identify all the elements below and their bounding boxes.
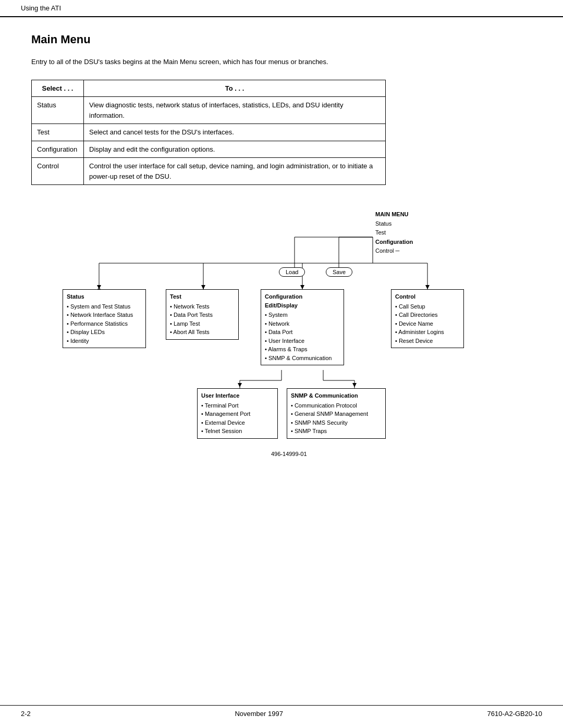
col2-header: To . . . [84,80,386,97]
part-number: 496-14999-01 [271,451,307,457]
table-row: TestSelect and cancel tests for the DSU'… [32,124,386,141]
footer-page: 2-2 [21,710,31,718]
ui-box-list: Terminal Port Management Port External D… [201,401,274,436]
config-item-4: User Interface [265,337,340,346]
test-box-list: Network Tests Data Port Tests Lamp Test … [170,302,235,337]
mm-status: Status [375,219,413,229]
footer-date: November 1997 [235,710,283,718]
table-cell-select-2: Configuration [32,141,84,158]
header: Using the ATI [0,0,563,17]
snmp-box-list: Communication Protocol General SNMP Mana… [291,401,382,436]
status-item-3: Performance Statistics [67,319,142,328]
config-item-3: Data Port [265,328,340,337]
page-title: Main Menu [31,33,532,46]
footer-doc-number: 7610-A2-GB20-10 [487,710,542,718]
ui-item-2: Management Port [201,410,274,418]
status-item-4: Display LEDs [67,328,142,337]
diagram-area: MAIN MENU Status Test Configuration Cont… [31,206,532,456]
table-cell-select-3: Control [32,158,84,185]
save-button[interactable]: Save [326,267,352,277]
svg-marker-19 [201,285,205,289]
mm-configuration: Configuration [375,238,413,247]
control-box-title: Control [395,292,460,301]
status-item-1: System and Test Status [67,302,142,311]
header-title: Using the ATI [21,4,61,12]
main-content: Main Menu Entry to all of the DSU's task… [0,17,563,482]
snmp-item-4: SNMP Traps [291,427,382,436]
svg-marker-18 [97,285,101,289]
intro-text: Entry to all of the DSU's tasks begins a… [31,57,396,67]
test-item-1: Network Tests [170,302,235,311]
config-box-title: ConfigurationEdit/Display [265,292,340,310]
test-item-3: Lamp Test [170,319,235,328]
ui-item-4: Telnet Session [201,427,274,436]
config-box: ConfigurationEdit/Display System Network… [261,289,344,365]
test-box-title: Test [170,292,235,301]
svg-marker-23 [352,383,357,387]
config-item-6: SNMP & Communication [265,354,340,363]
status-box-list: System and Test Status Network Interface… [67,302,142,346]
ui-item-1: Terminal Port [201,401,274,410]
mm-title: MAIN MENU [375,210,413,219]
table-row: ConfigurationDisplay and edit the config… [32,141,386,158]
test-box: Test Network Tests Data Port Tests Lamp … [166,289,239,340]
table-cell-select-1: Test [32,124,84,141]
control-item-5: Reset Device [395,337,460,346]
snmp-box: SNMP & Communication Communication Proto… [287,388,386,439]
table-cell-to-2: Display and edit the configuration optio… [84,141,386,158]
mm-test: Test [375,228,413,238]
control-box: Control Call Setup Call Directories Devi… [391,289,464,348]
mm-control: Control ─ [375,246,413,256]
status-item-2: Network Interface Status [67,311,142,319]
svg-marker-22 [238,383,242,387]
config-item-2: Network [265,319,340,328]
test-item-4: Abort All Tests [170,328,235,337]
svg-marker-20 [300,285,304,289]
table-row: ControlControl the user interface for ca… [32,158,386,185]
svg-marker-21 [425,285,430,289]
snmp-item-2: General SNMP Management [291,410,382,418]
ui-item-3: External Device [201,418,274,427]
control-item-4: Administer Logins [395,328,460,337]
table-row: StatusView diagnostic tests, network sta… [32,97,386,124]
load-button[interactable]: Load [279,267,305,277]
table-cell-to-3: Control the user interface for call setu… [84,158,386,185]
status-item-5: Identity [67,337,142,346]
snmp-box-title: SNMP & Communication [291,391,382,400]
control-item-1: Call Setup [395,302,460,311]
menu-table: Select . . . To . . . StatusView diagnos… [31,80,386,186]
test-item-2: Data Port Tests [170,311,235,319]
status-box-title: Status [67,292,142,301]
control-item-3: Device Name [395,319,460,328]
footer: 2-2 November 1997 7610-A2-GB20-10 [0,705,563,718]
ui-box-title: User Interface [201,391,274,400]
main-menu-label: MAIN MENU Status Test Configuration Cont… [375,210,413,256]
config-box-list: System Network Data Port User Interface … [265,311,340,362]
control-item-2: Call Directories [395,311,460,319]
table-cell-to-0: View diagnostic tests, network status of… [84,97,386,124]
status-box: Status System and Test Status Network In… [63,289,146,348]
config-item-5: Alarms & Traps [265,345,340,354]
table-cell-select-0: Status [32,97,84,124]
snmp-item-1: Communication Protocol [291,401,382,410]
snmp-item-3: SNMP NMS Security [291,418,382,427]
user-interface-box: User Interface Terminal Port Management … [197,388,278,439]
config-item-1: System [265,311,340,319]
col1-header: Select . . . [32,80,84,97]
table-cell-to-1: Select and cancel tests for the DSU's in… [84,124,386,141]
control-box-list: Call Setup Call Directories Device Name … [395,302,460,346]
